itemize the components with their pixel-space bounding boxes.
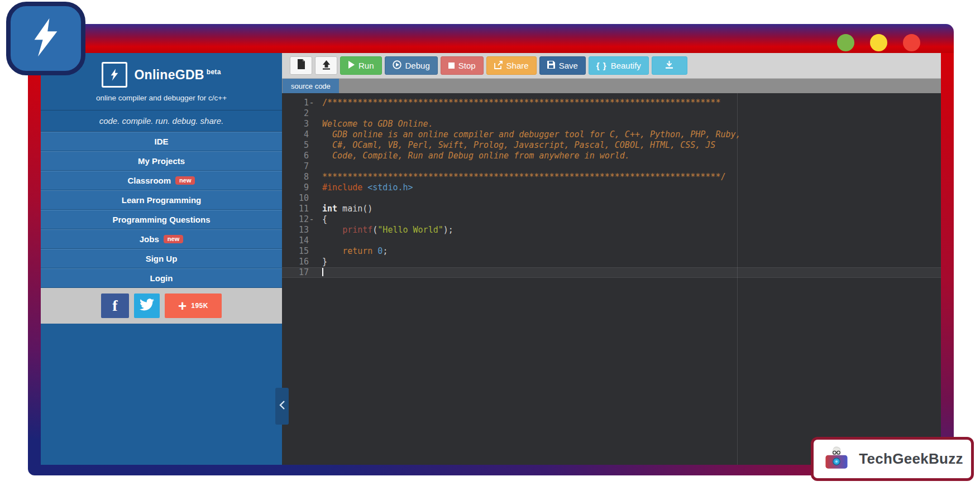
menu-item-label: Jobs: [140, 234, 159, 244]
code-line: {: [322, 214, 741, 225]
sidebar-item-my-projects[interactable]: My Projects: [41, 151, 282, 171]
gutter-line-number: 17: [282, 267, 317, 278]
twitter-button[interactable]: [134, 293, 160, 318]
code-line: GDB online is an online compiler and deb…: [322, 129, 741, 140]
menu-item-label: Login: [150, 273, 173, 283]
twitter-bird-icon: [140, 299, 154, 313]
gutter-line-number: 3: [282, 119, 317, 129]
download-button[interactable]: [652, 56, 687, 75]
upload-icon: [322, 60, 331, 72]
lightning-icon: [30, 18, 62, 59]
menu-item-label: Sign Up: [146, 254, 178, 263]
editor-code: /***************************************…: [317, 93, 741, 278]
sidebar-item-jobs[interactable]: Jobsnew: [41, 229, 282, 249]
editor-tab-bar: source code: [282, 79, 941, 93]
code-line: Welcome to GDB Online.: [322, 119, 741, 129]
gutter-line-number: 10: [282, 193, 317, 204]
sidebar: OnlineGDBbeta online compiler and debugg…: [41, 53, 282, 465]
chevron-left-icon: [279, 400, 285, 412]
main-panel: Run Debug Stop Share Save { } Beautify: [282, 53, 941, 465]
gutter-line-number: 5: [282, 140, 317, 151]
share-icon: [494, 61, 503, 71]
menu-item-label: My Projects: [138, 156, 185, 166]
menu-item-label: Learn Programming: [122, 195, 202, 205]
gutter-line-number: 11: [282, 204, 317, 214]
menu-item-label: Classroom: [128, 176, 171, 185]
frame-top-bar: [28, 24, 954, 53]
menu-item-label: Programming Questions: [112, 215, 210, 224]
code-line: ****************************************…: [322, 172, 741, 182]
new-badge: new: [175, 176, 195, 185]
code-line: }: [322, 257, 741, 267]
window-button-red[interactable]: [903, 34, 920, 51]
play-icon: [348, 61, 355, 70]
bolt-icon: [102, 62, 127, 88]
social-bar: f + 195K: [41, 288, 282, 324]
techgeekbuzz-mascot-icon: [821, 445, 852, 474]
gutter-line-number: 7: [282, 161, 317, 172]
sidebar-item-ide[interactable]: IDE: [41, 132, 282, 151]
share-count: 195K: [191, 302, 208, 310]
sidebar-collapse-button[interactable]: [275, 388, 289, 425]
editor-toolbar: Run Debug Stop Share Save { } Beautify: [282, 53, 941, 79]
new-file-icon: [297, 59, 305, 72]
gutter-line-number: 12-: [282, 214, 317, 225]
window-controls: [837, 34, 920, 51]
new-badge: new: [164, 235, 183, 243]
gutter-line-number: 1-: [282, 98, 317, 108]
gutter-line-number: 4: [282, 129, 317, 140]
lightning-logo-badge: [6, 2, 85, 75]
fold-marker-icon[interactable]: -: [309, 214, 314, 225]
window-button-green[interactable]: [837, 34, 854, 51]
gutter-line-number: 13: [282, 225, 317, 235]
sidebar-menu: IDEMy ProjectsClassroomnewLearn Programm…: [41, 132, 282, 288]
frame-right-border: [941, 53, 954, 465]
run-button[interactable]: Run: [340, 56, 382, 75]
gutter-line-number: 6: [282, 151, 317, 161]
debug-button[interactable]: Debug: [385, 56, 438, 75]
sidebar-item-sign-up[interactable]: Sign Up: [41, 249, 282, 268]
code-line: [322, 193, 741, 204]
gutter-line-number: 9: [282, 182, 317, 193]
techgeekbuzz-brand-text: TechGeekBuzz: [859, 450, 963, 468]
stop-icon: [448, 61, 455, 70]
editor-gutter: 1-23456789101112-1314151617: [282, 93, 317, 278]
sidebar-item-programming-questions[interactable]: Programming Questions: [41, 210, 282, 229]
code-line: #include <stdio.h>: [322, 182, 741, 193]
app-title: OnlineGDBbeta: [134, 68, 221, 83]
code-editor[interactable]: 1-23456789101112-1314151617 /***********…: [282, 93, 941, 465]
code-line: [322, 235, 741, 246]
gutter-line-number: 2: [282, 108, 317, 119]
app-subtitle: online compiler and debugger for c/c++: [46, 94, 276, 102]
sidebar-item-classroom[interactable]: Classroomnew: [41, 171, 282, 190]
sidebar-item-login[interactable]: Login: [41, 268, 282, 288]
new-file-button[interactable]: [290, 56, 312, 75]
code-line: [322, 108, 741, 119]
plus-icon: +: [178, 299, 187, 313]
download-icon: [665, 61, 673, 71]
text-cursor: [322, 268, 323, 276]
sidebar-item-learn-programming[interactable]: Learn Programming: [41, 190, 282, 210]
beta-tag: beta: [207, 68, 221, 76]
facebook-button[interactable]: f: [101, 293, 129, 318]
code-line: C#, OCaml, VB, Perl, Swift, Prolog, Java…: [322, 140, 741, 151]
code-line: Code, Compile, Run and Debug online from…: [322, 151, 741, 161]
share-button[interactable]: Share: [486, 56, 537, 75]
beautify-button[interactable]: { } Beautify: [589, 56, 649, 75]
save-button[interactable]: Save: [539, 56, 586, 75]
window-button-yellow[interactable]: [870, 34, 887, 51]
fold-marker-icon[interactable]: -: [309, 98, 314, 108]
gutter-line-number: 14: [282, 235, 317, 246]
open-project-button[interactable]: [315, 56, 337, 75]
code-line: /***************************************…: [322, 98, 741, 108]
stop-button[interactable]: Stop: [441, 56, 484, 75]
tab-source-code[interactable]: source code: [283, 79, 339, 93]
menu-item-label: IDE: [154, 137, 168, 146]
save-icon: [547, 61, 555, 70]
addthis-share-button[interactable]: + 195K: [165, 293, 222, 318]
techgeekbuzz-watermark: TechGeekBuzz: [811, 437, 974, 481]
code-line: printf("Hello World");: [322, 225, 741, 235]
sidebar-filler: [41, 324, 282, 465]
code-line: [322, 267, 741, 278]
gutter-line-number: 8: [282, 172, 317, 182]
